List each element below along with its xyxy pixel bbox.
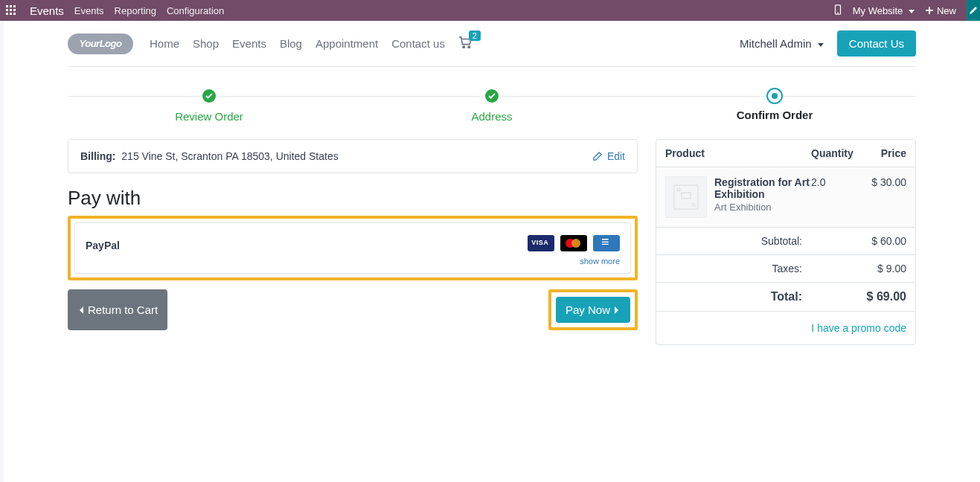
order-summary: Product Quantity Price Registration for … (656, 139, 916, 345)
pay-now-label: Pay Now (566, 303, 610, 316)
nav-appointment[interactable]: Appointment (316, 37, 378, 50)
nav-blog[interactable]: Blog (280, 37, 302, 50)
nav-home[interactable]: Home (150, 37, 179, 50)
new-button-label: New (937, 5, 956, 16)
svg-rect-8 (13, 13, 16, 15)
sysmenu-configuration[interactable]: Configuration (167, 5, 224, 16)
show-more-link[interactable]: show more (525, 257, 620, 266)
total-label: Total: (665, 290, 847, 303)
cart-button[interactable]: 2 (458, 36, 472, 51)
wizard-step-label: Address (350, 110, 633, 123)
nav-contact[interactable]: Contact us (391, 37, 445, 50)
chevron-left-icon (77, 306, 85, 315)
app-brand[interactable]: Events (30, 4, 64, 17)
payment-option-highlight: PayPal show more (68, 216, 638, 280)
svg-point-13 (463, 46, 464, 48)
user-menu-label: Mitchell Admin (740, 37, 812, 50)
check-circle-icon (484, 88, 500, 104)
total-value: $ 69.00 (847, 290, 906, 303)
nav-events[interactable]: Events (232, 37, 266, 50)
caret-down-icon (818, 43, 824, 47)
checkout-wizard: Review Order Address Confirm Order (68, 88, 916, 123)
website-switcher[interactable]: My Website (853, 5, 915, 16)
line-item-qty: 2.0 (811, 176, 865, 218)
svg-rect-6 (6, 13, 8, 15)
wizard-step-review[interactable]: Review Order (68, 88, 350, 123)
chevron-right-icon (613, 306, 621, 315)
summary-hdr-product: Product (665, 147, 811, 159)
site-logo[interactable]: YourLogo (68, 33, 133, 54)
sysmenu-events[interactable]: Events (74, 5, 104, 16)
visa-icon (528, 235, 554, 251)
svg-point-19 (677, 188, 680, 191)
svg-rect-0 (6, 5, 8, 7)
contact-us-button[interactable]: Contact Us (837, 30, 916, 57)
taxes-label: Taxes: (665, 263, 847, 274)
svg-rect-18 (682, 193, 691, 199)
payment-option-paypal[interactable]: PayPal show more (74, 222, 631, 274)
cart-count-badge: 2 (469, 30, 481, 41)
summary-hdr-price: Price (865, 147, 906, 159)
line-item-subtitle: Art Exhibition (714, 202, 811, 213)
billing-address: 215 Vine St, Scranton PA 18503, United S… (121, 150, 338, 162)
user-menu[interactable]: Mitchell Admin (740, 37, 824, 50)
svg-rect-7 (10, 13, 12, 15)
svg-point-20 (692, 203, 695, 206)
edit-billing-link[interactable]: Edit (592, 150, 625, 162)
summary-line-item: Registration for Art Exhibition Art Exhi… (656, 167, 915, 228)
wizard-step-label: Confirm Order (633, 109, 916, 121)
mastercard-icon (560, 235, 587, 251)
sysmenu-reporting[interactable]: Reporting (115, 5, 156, 16)
summary-hdr-quantity: Quantity (811, 147, 865, 159)
promo-code-link[interactable]: I have a promo code (811, 322, 906, 334)
svg-point-14 (468, 46, 470, 48)
website-switcher-label: My Website (853, 5, 903, 16)
edit-mode-toggle[interactable] (967, 0, 980, 21)
apps-icon[interactable] (6, 5, 16, 16)
active-step-icon (766, 88, 783, 104)
billing-label: Billing: (80, 150, 115, 162)
subtotal-label: Subtotal: (665, 235, 847, 247)
new-button[interactable]: New (925, 5, 956, 16)
svg-rect-2 (13, 5, 16, 7)
wizard-step-confirm[interactable]: Confirm Order (633, 88, 916, 121)
return-to-cart-button[interactable]: Return to Cart (68, 289, 167, 330)
pay-now-highlight: Pay Now (548, 289, 638, 330)
site-nav: Home Shop Events Blog Appointment Contac… (150, 37, 445, 50)
wizard-step-address[interactable]: Address (350, 88, 633, 123)
line-item-price: $ 30.00 (865, 176, 906, 218)
edit-billing-label: Edit (607, 150, 625, 162)
payment-option-name: PayPal (86, 240, 120, 251)
return-to-cart-label: Return to Cart (88, 303, 158, 316)
check-circle-icon (201, 88, 217, 104)
system-menubar: Events Events Reporting Configuration My… (0, 0, 980, 21)
pay-with-heading: Pay with (68, 187, 638, 210)
svg-rect-1 (10, 5, 12, 7)
billing-card: Billing: 215 Vine St, Scranton PA 18503,… (68, 139, 638, 173)
svg-rect-4 (10, 9, 12, 11)
site-logo-text: YourLogo (80, 38, 122, 49)
taxes-value: $ 9.00 (847, 263, 906, 274)
line-item-title: Registration for Art Exhibition (714, 176, 811, 200)
subtotal-value: $ 60.00 (847, 235, 906, 247)
pencil-icon (592, 152, 602, 161)
amex-icon (593, 235, 620, 251)
site-header: YourLogo Home Shop Events Blog Appointme… (68, 21, 916, 67)
mobile-preview-icon[interactable] (833, 4, 842, 17)
wizard-step-label: Review Order (68, 110, 350, 123)
svg-rect-5 (13, 9, 16, 11)
pay-now-button[interactable]: Pay Now (556, 297, 630, 323)
product-thumbnail (665, 176, 707, 218)
svg-rect-3 (6, 9, 8, 11)
nav-shop[interactable]: Shop (193, 37, 219, 50)
caret-down-icon (909, 10, 915, 13)
